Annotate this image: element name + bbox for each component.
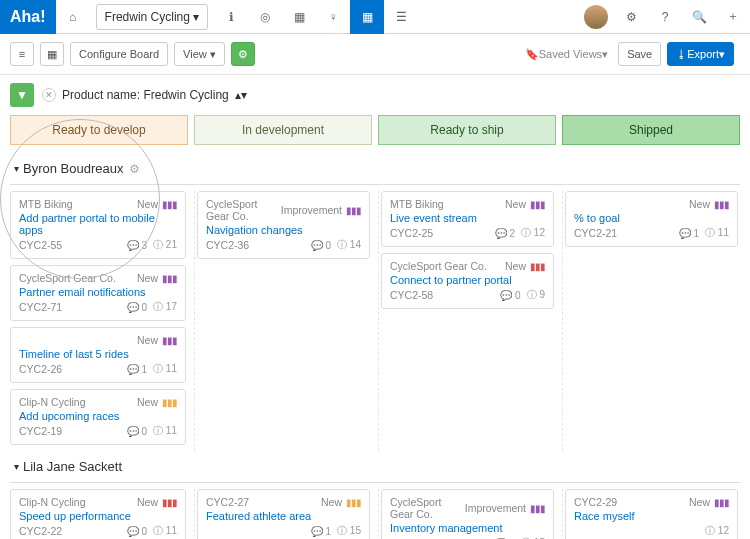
swimlane-name: Byron Boudreaux — [23, 161, 123, 176]
swimlane-header[interactable]: ▾Byron Boudreaux⚙ — [10, 153, 740, 184]
column-header[interactable]: In development — [194, 115, 372, 145]
priority-icon: ▮▮▮ — [714, 497, 729, 508]
card[interactable]: CycleSport Gear Co.New▮▮▮Connect to part… — [381, 253, 554, 309]
column-header[interactable]: Ready to develop — [10, 115, 188, 145]
card[interactable]: MTB BikingNew▮▮▮Add partner portal to mo… — [10, 191, 186, 259]
card[interactable]: CYC2-29New▮▮▮Race myselfⓘ 12 — [565, 489, 738, 539]
chevron-down-icon[interactable]: ▾ — [14, 461, 19, 472]
help-icon[interactable]: ? — [648, 0, 682, 34]
save-button[interactable]: Save — [618, 42, 661, 66]
column-slot: CYC2-29New▮▮▮Race myselfⓘ 12 — [562, 489, 740, 539]
column-header[interactable]: Shipped — [562, 115, 740, 145]
card[interactable]: CycleSport Gear Co.Improvement▮▮▮Navigat… — [197, 191, 370, 259]
grid-view-icon[interactable]: ▦ — [40, 42, 64, 66]
card-title[interactable]: % to goal — [574, 212, 729, 224]
card-product: Clip-N Cycling — [19, 396, 86, 408]
card[interactable]: New▮▮▮% to goalCYC2-21💬 1ⓘ 11 — [565, 191, 738, 247]
filter-chip-close[interactable]: ✕ — [42, 88, 56, 102]
comment-count: 💬 0 — [500, 290, 520, 301]
card[interactable]: New▮▮▮Timeline of last 5 ridesCYC2-26💬 1… — [10, 327, 186, 383]
card-title[interactable]: Add partner portal to mobile apps — [19, 212, 177, 236]
add-button[interactable]: ⚙ — [231, 42, 255, 66]
info-count: ⓘ 21 — [153, 238, 177, 252]
gear-icon[interactable]: ⚙ — [614, 0, 648, 34]
card[interactable]: CycleSport Gear Co.Improvement▮▮▮Invento… — [381, 489, 554, 539]
info-icon[interactable]: ℹ — [214, 0, 248, 34]
card-status: New — [137, 396, 158, 408]
target-icon[interactable]: ◎ — [248, 0, 282, 34]
comment-count: 💬 1 — [311, 526, 331, 537]
card-title[interactable]: Inventory management — [390, 522, 545, 534]
card-title[interactable]: Connect to partner portal — [390, 274, 545, 286]
search-icon[interactable]: 🔍 — [682, 0, 716, 34]
configure-board-button[interactable]: Configure Board — [70, 42, 168, 66]
column-header[interactable]: Ready to ship — [378, 115, 556, 145]
info-count: ⓘ 9 — [527, 288, 545, 302]
card-status: New — [689, 198, 710, 210]
column-slot: CYC2-27New▮▮▮Featured athlete area💬 1ⓘ 1… — [194, 489, 372, 539]
card-id: CYC2-22 — [19, 525, 62, 537]
info-count: ⓘ 12 — [705, 524, 729, 538]
plus-icon[interactable]: ＋ — [716, 0, 750, 34]
filter-chip-label: Product name: Fredwin Cycling — [62, 88, 229, 102]
comment-count: 💬 2 — [495, 228, 515, 239]
comment-count: 💬 1 — [679, 228, 699, 239]
info-count: ⓘ 11 — [153, 424, 177, 438]
card-title[interactable]: Partner email notifications — [19, 286, 177, 298]
grid-icon[interactable]: ▦ — [350, 0, 384, 34]
info-count: ⓘ 11 — [153, 362, 177, 376]
priority-icon: ▮▮▮ — [162, 273, 177, 284]
priority-icon: ▮▮▮ — [530, 199, 545, 210]
card-product: CycleSport Gear Co. — [390, 496, 465, 520]
card-title[interactable]: Speed up performance — [19, 510, 177, 522]
card-status: Improvement — [465, 502, 526, 514]
card-title[interactable]: Timeline of last 5 rides — [19, 348, 177, 360]
avatar[interactable] — [584, 5, 608, 29]
view-button[interactable]: View ▾ — [174, 42, 225, 66]
comment-count: 💬 0 — [127, 426, 147, 437]
calendar-icon[interactable]: ▦ — [282, 0, 316, 34]
card-status: New — [137, 272, 158, 284]
idea-icon[interactable]: ♀ — [316, 0, 350, 34]
card[interactable]: CycleSport Gear Co.New▮▮▮Partner email n… — [10, 265, 186, 321]
collapse-icon[interactable]: ≡ — [10, 42, 34, 66]
logo[interactable]: Aha! — [0, 0, 56, 34]
priority-icon: ▮▮▮ — [530, 503, 545, 514]
card-title[interactable]: Navigation changes — [206, 224, 361, 236]
card-title[interactable]: Add upcoming races — [19, 410, 177, 422]
priority-icon: ▮▮▮ — [162, 335, 177, 346]
card[interactable]: MTB BikingNew▮▮▮Live event streamCYC2-25… — [381, 191, 554, 247]
card-title[interactable]: Live event stream — [390, 212, 545, 224]
column-slot: MTB BikingNew▮▮▮Live event streamCYC2-25… — [378, 191, 556, 451]
saved-views-button[interactable]: 🔖 Saved Views ▾ — [525, 48, 608, 61]
card-status: New — [137, 334, 158, 346]
product-selector[interactable]: Fredwin Cycling ▾ — [96, 4, 209, 30]
card-product: CycleSport Gear Co. — [390, 260, 487, 272]
gear-icon[interactable]: ⚙ — [129, 162, 140, 176]
column-slot: CycleSport Gear Co.Improvement▮▮▮Invento… — [378, 489, 556, 539]
priority-icon: ▮▮▮ — [530, 261, 545, 272]
card-title[interactable]: Race myself — [574, 510, 729, 522]
priority-icon: ▮▮▮ — [162, 497, 177, 508]
card-product: MTB Biking — [19, 198, 73, 210]
priority-icon: ▮▮▮ — [162, 397, 177, 408]
comment-count: 💬 3 — [127, 240, 147, 251]
export-button[interactable]: ⭳ Export ▾ — [667, 42, 734, 66]
home-icon[interactable]: ⌂ — [56, 0, 90, 34]
card[interactable]: Clip-N CyclingNew▮▮▮Add upcoming racesCY… — [10, 389, 186, 445]
card-title[interactable]: Featured athlete area — [206, 510, 361, 522]
card[interactable]: CYC2-27New▮▮▮Featured athlete area💬 1ⓘ 1… — [197, 489, 370, 539]
card-status: New — [321, 496, 342, 508]
filter-icon[interactable]: ▼ — [10, 83, 34, 107]
filter-chip[interactable]: ✕ Product name: Fredwin Cycling ▴▾ — [42, 88, 247, 102]
card-id: CYC2-25 — [390, 227, 433, 239]
list-icon[interactable]: ☰ — [384, 0, 418, 34]
card-id: CYC2-71 — [19, 301, 62, 313]
swimlane-header[interactable]: ▾Lila Jane Sackett — [10, 451, 740, 482]
comment-count: 💬 1 — [127, 364, 147, 375]
card-id: CYC2-19 — [19, 425, 62, 437]
info-count: ⓘ 12 — [521, 226, 545, 240]
card[interactable]: Clip-N CyclingNew▮▮▮Speed up performance… — [10, 489, 186, 539]
chevron-down-icon[interactable]: ▾ — [14, 163, 19, 174]
card-id: CYC2-26 — [19, 363, 62, 375]
